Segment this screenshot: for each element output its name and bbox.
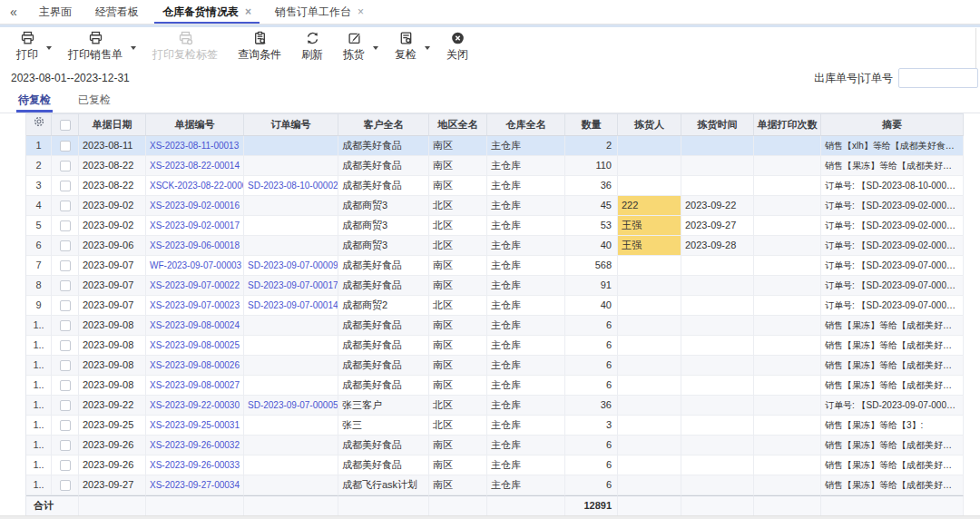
col-header-print-count[interactable]: 单据打印次数 [754, 113, 821, 136]
table-row[interactable]: 92023-09-07XS-2023-09-07-00023SD-2023-09… [26, 296, 964, 316]
close-button[interactable]: 关闭 [443, 30, 472, 64]
table-row[interactable]: 1..2023-09-22XS-2023-09-22-00030SD-2023-… [26, 396, 964, 416]
order-no-link[interactable]: SD-2023-09-07-00014 [244, 296, 338, 316]
row-checkbox[interactable] [60, 240, 71, 251]
table-row[interactable]: 32023-08-22XSCK-2023-08-22-00001SD-2023-… [26, 176, 964, 196]
query-conditions-button[interactable]: 查询条件 [234, 30, 285, 64]
doc-date-cell: 2023-09-27 [79, 475, 146, 495]
table-row[interactable]: 1..2023-09-08XS-2023-09-08-00025成都美好食品南区… [26, 336, 964, 356]
customer-cell: 成都美好食品 [338, 376, 429, 396]
col-header-order-no[interactable]: 订单编号 [244, 113, 338, 136]
col-header-doc-no[interactable]: 单据编号 [146, 113, 244, 136]
doc-no-link[interactable]: XS-2023-09-27-00034 [146, 475, 244, 495]
close-tab-icon[interactable]: × [245, 6, 251, 17]
doc-no-link[interactable]: XS-2023-08-22-00014 [146, 156, 244, 176]
horizontal-scrollbar[interactable] [0, 515, 980, 519]
row-checkbox[interactable] [60, 161, 71, 171]
close-tab-icon[interactable]: × [358, 6, 364, 17]
table-row[interactable]: 1..2023-09-27XS-2023-09-27-00034成都飞行ask计… [26, 475, 964, 495]
date-range[interactable]: 2023-08-01--2023-12-31 [11, 72, 130, 84]
tab-sales-workbench[interactable]: 销售订单工作台 × [263, 0, 376, 24]
table-row[interactable]: 52023-09-02XS-2023-09-02-00017成都商贸3北区主仓库… [26, 216, 964, 236]
row-checkbox[interactable] [60, 181, 71, 191]
tab-warehouse-report[interactable]: 仓库备货情况表 × [151, 0, 263, 24]
table-row[interactable]: 1..2023-09-26XS-2023-09-26-00032成都美好食品南区… [26, 436, 964, 455]
column-settings-button[interactable] [26, 113, 52, 136]
doc-no-link[interactable]: XS-2023-09-07-00023 [146, 296, 244, 316]
col-header-picker[interactable]: 拣货人 [618, 113, 681, 136]
table-row[interactable]: 72023-09-07WF-2023-09-07-00003SD-2023-09… [26, 256, 964, 276]
col-header-customer[interactable]: 客户全名 [338, 113, 429, 136]
doc-no-link[interactable]: XS-2023-09-02-00016 [146, 196, 244, 216]
row-checkbox[interactable] [60, 300, 71, 311]
table-row[interactable]: 1..2023-09-08XS-2023-09-08-00027成都美好食品南区… [26, 376, 964, 396]
doc-no-link[interactable]: XS-2023-09-26-00033 [146, 455, 244, 475]
print-count-cell [754, 236, 821, 256]
doc-no-link[interactable]: XS-2023-09-08-00027 [146, 376, 244, 396]
print-sales-order-button[interactable]: 打印销售单 [64, 30, 126, 64]
order-no-link[interactable]: SD-2023-09-07-00005 [244, 396, 338, 416]
row-checkbox[interactable] [60, 340, 71, 351]
doc-no-link[interactable]: XS-2023-09-26-00032 [146, 436, 244, 455]
print-button[interactable]: 打印 [13, 30, 42, 64]
dropdown-caret-icon[interactable] [373, 46, 378, 50]
subtab-pending-recheck[interactable]: 待复检 [16, 90, 53, 113]
doc-no-link[interactable]: XS-2023-09-25-00031 [146, 416, 244, 436]
table-row[interactable]: 1..2023-09-08XS-2023-09-08-00026成都美好食品南区… [26, 356, 964, 376]
col-header-quantity[interactable]: 数量 [565, 113, 618, 136]
doc-no-link[interactable]: XS-2023-09-02-00017 [146, 216, 244, 236]
refresh-button[interactable]: 刷新 [298, 30, 327, 64]
doc-no-link[interactable]: XS-2023-09-07-00022 [146, 276, 244, 296]
table-row[interactable]: 1..2023-09-26XS-2023-09-26-00033成都美好食品南区… [26, 455, 964, 475]
select-all-checkbox[interactable] [60, 120, 71, 131]
table-row[interactable]: 62023-09-06XS-2023-09-06-00018成都商贸3北区主仓库… [26, 236, 964, 256]
table-row[interactable]: 42023-09-02XS-2023-09-02-00016成都商贸3北区主仓库… [26, 196, 964, 216]
order-no-link [244, 156, 338, 176]
picker-cell [618, 416, 681, 436]
row-checkbox[interactable] [60, 320, 71, 331]
subtab-rechecked[interactable]: 已复检 [76, 90, 113, 113]
row-checkbox[interactable] [60, 460, 71, 471]
row-checkbox[interactable] [60, 141, 71, 152]
dropdown-caret-icon[interactable] [425, 46, 430, 50]
col-header-region[interactable]: 地区全名 [429, 113, 487, 136]
doc-no-link[interactable]: XS-2023-09-08-00025 [146, 336, 244, 356]
dropdown-caret-icon[interactable] [131, 46, 136, 50]
recheck-button[interactable]: 复检 [391, 30, 420, 64]
table-row[interactable]: 22023-08-22XS-2023-08-22-00014成都美好食品南区主仓… [26, 156, 964, 176]
doc-no-link[interactable]: XS-2023-09-22-00030 [146, 396, 244, 416]
col-header-summary[interactable]: 摘要 [821, 113, 964, 136]
doc-no-link[interactable]: XS-2023-09-06-00018 [146, 236, 244, 256]
search-input[interactable] [898, 68, 978, 88]
doc-no-link[interactable]: XS-2023-09-08-00024 [146, 316, 244, 336]
order-no-link[interactable]: SD-2023-09-07-00017 [244, 276, 338, 296]
tab-dashboard[interactable]: 经营看板 [83, 0, 151, 24]
row-checkbox[interactable] [60, 360, 71, 371]
row-checkbox[interactable] [60, 420, 71, 431]
doc-no-link[interactable]: XS-2023-08-11-00013 [146, 136, 244, 156]
table-row[interactable]: 1..2023-09-25XS-2023-09-25-00031张三北区主仓库3… [26, 416, 964, 436]
order-no-link[interactable]: SD-2023-09-07-00009 [244, 256, 338, 276]
doc-no-link[interactable]: XSCK-2023-08-22-00001 [146, 176, 244, 196]
row-checkbox[interactable] [60, 220, 71, 231]
row-checkbox[interactable] [60, 380, 71, 391]
row-checkbox[interactable] [60, 260, 71, 271]
row-checkbox[interactable] [60, 440, 71, 451]
row-checkbox[interactable] [60, 400, 71, 411]
col-header-doc-date[interactable]: 单据日期 [79, 113, 146, 136]
row-checkbox[interactable] [60, 480, 71, 491]
row-checkbox[interactable] [60, 201, 71, 211]
collapse-tabs-icon[interactable]: « [0, 0, 27, 24]
table-row[interactable]: 1..2023-09-08XS-2023-09-08-00024成都美好食品南区… [26, 316, 964, 336]
table-row[interactable]: 82023-09-07XS-2023-09-07-00022SD-2023-09… [26, 276, 964, 296]
pick-button[interactable]: 拣货 [339, 30, 368, 64]
dropdown-caret-icon[interactable] [46, 46, 52, 50]
doc-no-link[interactable]: WF-2023-09-07-00003 [146, 256, 244, 276]
col-header-warehouse[interactable]: 仓库全名 [487, 113, 565, 136]
col-header-pick-time[interactable]: 拣货时间 [681, 113, 754, 136]
row-checkbox[interactable] [60, 280, 71, 291]
order-no-link[interactable]: SD-2023-08-10-00002 [244, 176, 338, 196]
table-row[interactable]: 12023-08-11XS-2023-08-11-00013成都美好食品南区主仓… [26, 136, 964, 156]
doc-no-link[interactable]: XS-2023-09-08-00026 [146, 356, 244, 376]
tab-main[interactable]: 主界面 [27, 0, 83, 24]
